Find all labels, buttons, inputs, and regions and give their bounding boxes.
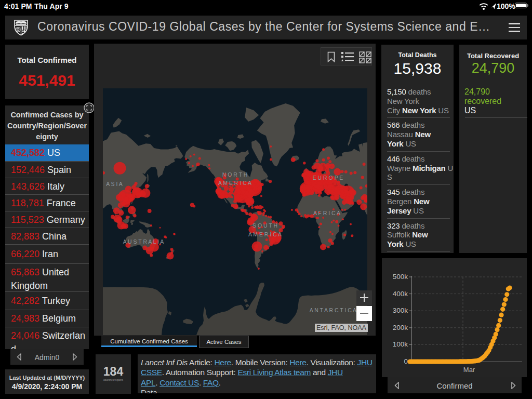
svg-text:A M E R I C A: A M E R I C A: [248, 231, 282, 237]
svg-text:500k: 500k: [393, 273, 408, 281]
svg-text:400k: 400k: [393, 290, 408, 298]
svg-text:300k: 300k: [393, 307, 408, 314]
svg-text:S O U T H: S O U T H: [252, 222, 277, 229]
svg-text:A U S T R A L I A: A U S T R A L I A: [123, 238, 164, 245]
svg-text:A M E R I C A: A M E R I C A: [218, 180, 251, 186]
svg-text:0: 0: [404, 357, 408, 365]
svg-text:Mar: Mar: [463, 366, 475, 374]
svg-text:N O R T H: N O R T H: [222, 171, 248, 178]
svg-text:A S I A: A S I A: [106, 181, 123, 187]
svg-text:100k: 100k: [393, 340, 408, 348]
svg-text:200k: 200k: [393, 324, 408, 331]
svg-text:E U R O P E: E U R O P E: [313, 175, 343, 181]
svg-text:A F R I C A: A F R I C A: [313, 210, 340, 216]
svg-text:A N T A R C T I C A: A N T A R C T I C A: [310, 307, 356, 313]
